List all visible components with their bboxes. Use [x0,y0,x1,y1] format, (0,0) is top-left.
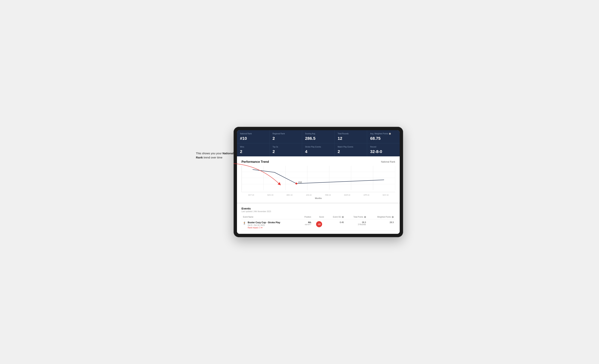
events-title: Events [241,207,395,210]
table-row: 🏌 Buster Cozy Cup - Stroke Play Oct 9 - … [241,219,395,231]
event-icon: 🏌 [243,222,246,225]
info-icon: i [389,133,391,135]
stat-scoring-avg: Scoring Avg. 286.5 [302,130,335,143]
perf-title: Performance Trend [241,160,269,164]
event-sg-value: 0.45 [326,219,345,231]
svg-text:#10: #10 [298,181,302,183]
x-label-oct23: OCT 23 [241,194,261,196]
stat-total-rounds: Total Rounds 12 [335,130,367,143]
col-weighted-points: Weighted Points i [368,215,395,219]
tablet-device: National Rank #10 Regional Rank 2 Scorin… [234,127,403,237]
event-date: Oct 9 - Oct 10, 2023 [248,224,280,226]
event-details: Buster Cozy Cup - Stroke Play Oct 9 - Oc… [248,221,280,229]
x-label-mar24: MAR 24 [338,194,357,196]
chart-x-labels: OCT 23 NOV 23 DEC 23 JAN 24 FEB 24 MAR 2… [241,193,395,197]
tablet-screen: National Rank #10 Regional Rank 2 Scorin… [237,130,400,234]
annotation-text: This shows you your National Rank trend … [196,151,237,160]
stat-top3s: Top 3s 2 [270,143,302,156]
stat-record: Record 32-8-0 [367,143,400,156]
col-event-name: Event Name [241,215,299,219]
events-table: Event Name Position Score Event SG i Tot… [241,215,395,231]
stats-row-2: Wins 2 Top 3s 2 Stroke Play Events 4 Mat… [237,143,400,156]
stat-national-rank: National Rank #10 [237,130,270,143]
event-total-points-value: 28.3 3 Rounds [345,219,368,231]
event-weighted-points-value: 28.3 [368,219,395,231]
perf-header: Performance Trend National Rank [241,160,395,164]
stat-stroke-play-events: Stroke Play Events 4 [302,143,335,156]
content-area: National Rank #10 Regional Rank 2 Scorin… [237,130,400,234]
event-sg-info-icon: i [342,216,344,218]
stats-row-1: National Rank #10 Regional Rank 2 Scorin… [237,130,400,143]
perf-label: National Rank [381,160,395,163]
chart-svg: #10 [242,166,395,192]
col-score: Score [313,215,326,219]
svg-point-12 [295,183,297,185]
event-name-main: Buster Cozy Cup - Stroke Play [248,221,280,224]
weighted-points-info-icon: i [392,216,394,218]
stat-regional-rank: Regional Rank 2 [270,130,302,143]
event-position: 6th out of 7 [299,219,312,231]
stat-avg-weighted-points: Avg. Weighted Points i 68.75 [367,130,400,143]
total-points-info-icon: i [364,216,366,218]
x-label-may24: MAY 24 [376,194,395,196]
event-name-cell: 🏌 Buster Cozy Cup - Stroke Play Oct 9 - … [241,219,299,231]
performance-chart: #10 [241,166,395,192]
stat-match-play-events: Match Play Events 2 [335,143,367,156]
col-total-points: Total Points i [345,215,368,219]
x-label-apr24: APR 24 [357,194,376,196]
events-last-updated: Last updated: 24th November 2023 [241,211,395,213]
col-event-sg: Event SG i [326,215,345,219]
x-label-jan24: JAN 24 [299,194,318,196]
stat-wins: Wins 2 [237,143,270,156]
chart-x-title: Months [241,197,395,199]
performance-section: Performance Trend National Rank [237,156,400,202]
events-table-header: Event Name Position Score Event SG i Tot… [241,215,395,219]
x-label-dec23: DEC 23 [280,194,299,196]
score-badge: -22 [316,221,322,227]
event-score: -22 [313,219,326,231]
col-position: Position [299,215,312,219]
events-section: Events Last updated: 24th November 2023 … [237,202,400,234]
x-label-nov23: NOV 23 [261,194,280,196]
events-table-body: 🏌 Buster Cozy Cup - Stroke Play Oct 9 - … [241,219,395,231]
rank-impact: Rank Impact: 3 ▼ [248,227,280,229]
outer-wrapper: This shows you your National Rank trend … [196,127,403,237]
x-label-feb24: FEB 24 [318,194,338,196]
